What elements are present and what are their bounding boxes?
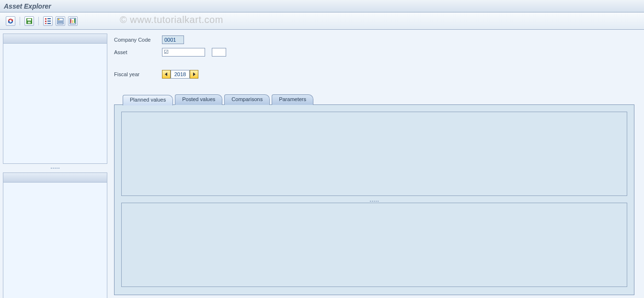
svg-rect-4 [45, 21, 46, 22]
sidebar-panel-bottom [3, 172, 107, 298]
svg-rect-5 [45, 23, 46, 24]
sidebar-panel-header[interactable] [3, 34, 107, 44]
svg-rect-11 [58, 21, 63, 21]
svg-rect-6 [47, 18, 51, 19]
toolbar: © www.tutorialkart.com [0, 12, 644, 30]
separator [38, 17, 39, 25]
plan-icon [57, 18, 64, 24]
main-area: Company Code Asset ☑ Fiscal year [0, 30, 644, 298]
svg-rect-3 [45, 18, 46, 20]
svg-rect-7 [47, 21, 51, 22]
refresh-button[interactable] [6, 16, 15, 26]
svg-rect-8 [47, 23, 51, 24]
company-code-input[interactable] [162, 35, 184, 44]
splitter-handle[interactable] [3, 168, 107, 169]
company-code-row: Company Code [114, 34, 634, 45]
svg-rect-10 [58, 19, 59, 20]
posted-button[interactable] [68, 16, 78, 26]
sidebar-panel-header[interactable] [3, 173, 107, 183]
save-icon [26, 18, 33, 24]
refresh-icon [7, 18, 14, 24]
company-code-label: Company Code [114, 37, 162, 43]
svg-rect-1 [27, 19, 31, 21]
tab-planned-values[interactable]: Planned values [123, 95, 173, 105]
fiscal-year-input[interactable] [171, 70, 190, 79]
svg-rect-16 [72, 20, 73, 23]
sidebar-panel-body [3, 44, 107, 163]
tab-strip: Planned values Posted values Comparisons… [114, 94, 634, 104]
tab-posted-values[interactable]: Posted values [175, 94, 222, 105]
sidebar-panel-top [3, 34, 107, 164]
schema-button[interactable] [43, 16, 53, 26]
svg-rect-13 [58, 23, 63, 23]
year-next-button[interactable] [190, 70, 198, 79]
year-nav [162, 70, 198, 79]
schema-icon [45, 18, 51, 24]
tab-parameters[interactable]: Parameters [272, 94, 313, 105]
values-panel-bottom [121, 203, 627, 287]
separator [20, 17, 20, 25]
svg-rect-15 [70, 19, 71, 23]
page-title: Asset Explorer [4, 2, 51, 10]
asset-sub-input[interactable] [212, 48, 226, 57]
watermark: © www.tutorialkart.com [120, 14, 223, 25]
values-panel-top [121, 112, 627, 196]
asset-row: Asset ☑ [114, 47, 634, 57]
svg-rect-17 [74, 19, 75, 23]
posted-icon [69, 18, 76, 24]
content: Company Code Asset ☑ Fiscal year [110, 30, 644, 298]
svg-rect-2 [28, 22, 31, 23]
sidebar [0, 30, 110, 298]
chevron-right-icon [192, 72, 196, 76]
tab-content [114, 104, 634, 295]
year-prev-button[interactable] [162, 70, 171, 79]
sidebar-panel-body [3, 183, 107, 298]
chevron-left-icon [164, 72, 168, 76]
asset-label: Asset [114, 49, 162, 55]
svg-rect-12 [58, 22, 63, 22]
title-bar: Asset Explorer [0, 0, 644, 12]
plan-button[interactable] [56, 16, 65, 26]
asset-input[interactable] [162, 48, 205, 57]
tab-comparisons[interactable]: Comparisons [224, 94, 270, 105]
fiscal-year-row: Fiscal year [114, 69, 634, 80]
fiscal-year-label: Fiscal year [114, 71, 162, 77]
save-button[interactable] [24, 16, 34, 26]
